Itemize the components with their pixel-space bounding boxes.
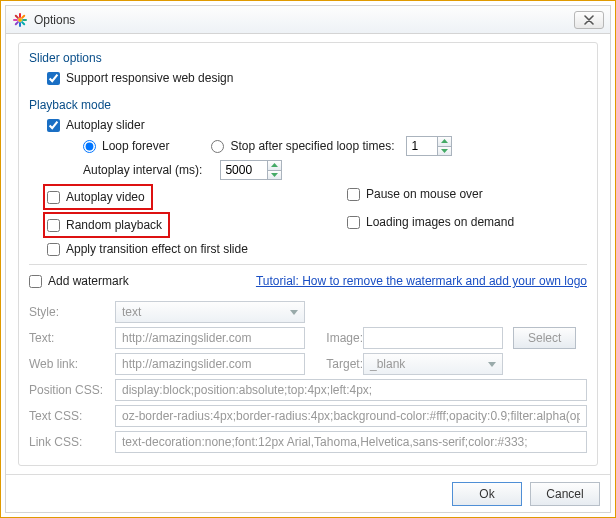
image-label: Image: (313, 331, 363, 345)
close-icon (583, 15, 595, 25)
tutorial-link[interactable]: Tutorial: How to remove the watermark an… (256, 274, 587, 288)
autoplay-video-highlight: Autoplay video (43, 184, 153, 210)
style-select[interactable]: text (115, 301, 305, 323)
apply-transition-first-label: Apply transition effect on first slide (66, 242, 248, 256)
image-select-button[interactable]: Select (513, 327, 576, 349)
pause-mouseover-row[interactable]: Pause on mouse over (347, 187, 587, 201)
apply-transition-first-checkbox[interactable] (47, 243, 60, 256)
autoplay-interval-label: Autoplay interval (ms): (83, 163, 202, 177)
pause-mouseover-checkbox[interactable] (347, 188, 360, 201)
random-playback-row[interactable]: Random playback (47, 218, 162, 232)
target-label: Target: (313, 357, 363, 371)
target-value: _blank (370, 357, 405, 371)
loading-demand-label: Loading images on demand (366, 215, 514, 229)
responsive-row[interactable]: Support responsive web design (29, 71, 587, 85)
stop-after-option[interactable]: Stop after specified loop times: (211, 139, 394, 153)
autoplay-interval-up[interactable] (268, 161, 281, 170)
target-select[interactable]: _blank (363, 353, 503, 375)
pause-mouseover-label: Pause on mouse over (366, 187, 483, 201)
autoplay-slider-row[interactable]: Autoplay slider (29, 118, 587, 132)
close-button[interactable] (574, 11, 604, 29)
loop-times-spinner[interactable] (406, 136, 452, 156)
random-playback-checkbox[interactable] (47, 219, 60, 232)
weblink-label: Web link: (29, 357, 115, 371)
playback-mode-heading: Playback mode (29, 98, 587, 112)
position-css-input[interactable] (115, 379, 587, 401)
loop-times-up[interactable] (438, 137, 451, 146)
slider-options-heading: Slider options (29, 51, 587, 65)
autoplay-interval-row: Autoplay interval (ms): (29, 160, 587, 180)
autoplay-slider-checkbox[interactable] (47, 119, 60, 132)
stop-after-label: Stop after specified loop times: (230, 139, 394, 153)
add-watermark-checkbox[interactable] (29, 275, 42, 288)
text-css-label: Text CSS: (29, 409, 115, 423)
options-dialog: Options Slider options Support responsiv… (5, 5, 611, 513)
responsive-checkbox[interactable] (47, 72, 60, 85)
watermark-form: Style: text Text: Image: Select Web link… (29, 301, 587, 453)
window-title: Options (34, 13, 574, 27)
ok-button[interactable]: Ok (452, 482, 522, 506)
apply-transition-first-row[interactable]: Apply transition effect on first slide (29, 242, 587, 256)
stop-after-radio[interactable] (211, 140, 224, 153)
main-panel: Slider options Support responsive web de… (18, 42, 598, 466)
add-watermark-label: Add watermark (48, 274, 129, 288)
loop-times-down[interactable] (438, 146, 451, 156)
autoplay-interval-down[interactable] (268, 170, 281, 180)
random-playback-highlight: Random playback (43, 212, 170, 238)
loop-times-input[interactable] (407, 137, 437, 155)
svg-line-6 (22, 22, 24, 24)
svg-line-5 (22, 15, 24, 17)
loop-forever-radio[interactable] (83, 140, 96, 153)
weblink-input[interactable] (115, 353, 305, 375)
text-label: Text: (29, 331, 115, 345)
loop-forever-label: Loop forever (102, 139, 169, 153)
cancel-button[interactable]: Cancel (530, 482, 600, 506)
loading-demand-checkbox[interactable] (347, 216, 360, 229)
loop-forever-option[interactable]: Loop forever (83, 139, 169, 153)
style-value: text (122, 305, 141, 319)
autoplay-video-row[interactable]: Autoplay video (47, 190, 145, 204)
content-area: Slider options Support responsive web de… (6, 34, 610, 474)
text-input[interactable] (115, 327, 305, 349)
loop-mode-row: Loop forever Stop after specified loop t… (29, 136, 587, 156)
position-css-label: Position CSS: (29, 383, 115, 397)
autoplay-interval-input[interactable] (221, 161, 267, 179)
svg-line-8 (16, 15, 18, 17)
titlebar: Options (6, 6, 610, 34)
dialog-footer: Ok Cancel (6, 474, 610, 512)
random-playback-label: Random playback (66, 218, 162, 232)
app-icon (12, 12, 28, 28)
add-watermark-row[interactable]: Add watermark (29, 274, 129, 288)
responsive-label: Support responsive web design (66, 71, 233, 85)
image-input[interactable] (363, 327, 503, 349)
autoplay-interval-spinner[interactable] (220, 160, 282, 180)
autoplay-slider-label: Autoplay slider (66, 118, 145, 132)
autoplay-video-checkbox[interactable] (47, 191, 60, 204)
style-label: Style: (29, 305, 115, 319)
chevron-down-icon (290, 310, 298, 315)
link-css-input[interactable] (115, 431, 587, 453)
chevron-down-icon (488, 362, 496, 367)
autoplay-video-label: Autoplay video (66, 190, 145, 204)
loading-demand-row[interactable]: Loading images on demand (347, 215, 587, 229)
text-css-input[interactable] (115, 405, 587, 427)
link-css-label: Link CSS: (29, 435, 115, 449)
svg-line-7 (16, 22, 18, 24)
